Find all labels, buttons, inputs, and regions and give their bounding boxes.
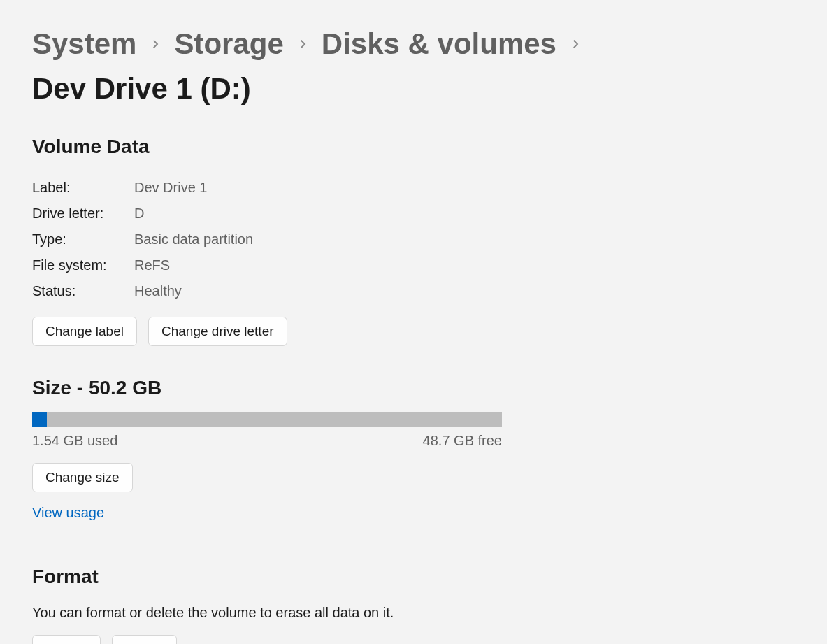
view-usage-link[interactable]: View usage <box>32 505 104 521</box>
usage-line: 1.54 GB used 48.7 GB free <box>32 433 502 449</box>
format-heading: Format <box>32 566 795 588</box>
delete-button[interactable]: Delete <box>112 635 177 644</box>
breadcrumb-current: Dev Drive 1 (D:) <box>32 73 251 105</box>
change-size-button[interactable]: Change size <box>32 463 133 492</box>
volume-data-section: Volume Data Label: Dev Drive 1 Drive let… <box>32 136 795 346</box>
row-file-system: File system: ReFS <box>32 252 795 278</box>
storage-progress-bar <box>32 412 502 427</box>
chevron-right-icon <box>569 38 582 50</box>
used-text: 1.54 GB used <box>32 433 117 449</box>
size-section: Size - 50.2 GB 1.54 GB used 48.7 GB free… <box>32 377 502 521</box>
volume-data-heading: Volume Data <box>32 136 795 158</box>
size-heading: Size - 50.2 GB <box>32 377 502 399</box>
chevron-right-icon <box>149 38 161 50</box>
free-text: 48.7 GB free <box>423 433 502 449</box>
format-button[interactable]: Format <box>32 635 101 644</box>
change-drive-letter-button[interactable]: Change drive letter <box>148 317 287 346</box>
breadcrumb-storage[interactable]: Storage <box>174 28 283 60</box>
row-type-val: Basic data partition <box>134 227 253 252</box>
format-desc: You can format or delete the volume to e… <box>32 605 795 621</box>
row-label-key: Label: <box>32 175 134 201</box>
chevron-right-icon <box>296 38 309 50</box>
row-label-val: Dev Drive 1 <box>134 175 207 201</box>
row-status-val: Healthy <box>134 278 182 304</box>
breadcrumb: System Storage Disks & volumes Dev Drive… <box>32 28 795 105</box>
row-label: Label: Dev Drive 1 <box>32 175 795 201</box>
row-drive-letter: Drive letter: D <box>32 201 795 227</box>
breadcrumb-system[interactable]: System <box>32 28 136 60</box>
size-buttons: Change size <box>32 463 502 492</box>
format-section: Format You can format or delete the volu… <box>32 566 795 644</box>
row-drive-letter-key: Drive letter: <box>32 201 134 227</box>
breadcrumb-disks-volumes[interactable]: Disks & volumes <box>322 28 556 60</box>
row-file-system-val: ReFS <box>134 252 170 278</box>
row-file-system-key: File system: <box>32 252 134 278</box>
change-label-button[interactable]: Change label <box>32 317 137 346</box>
volume-data-rows: Label: Dev Drive 1 Drive letter: D Type:… <box>32 175 795 304</box>
row-drive-letter-val: D <box>134 201 144 227</box>
row-type: Type: Basic data partition <box>32 227 795 252</box>
row-status: Status: Healthy <box>32 278 795 304</box>
storage-progress-fill <box>32 412 47 427</box>
volume-data-buttons: Change label Change drive letter <box>32 317 795 346</box>
row-status-key: Status: <box>32 278 134 304</box>
row-type-key: Type: <box>32 227 134 252</box>
format-buttons: Format Delete <box>32 635 795 644</box>
